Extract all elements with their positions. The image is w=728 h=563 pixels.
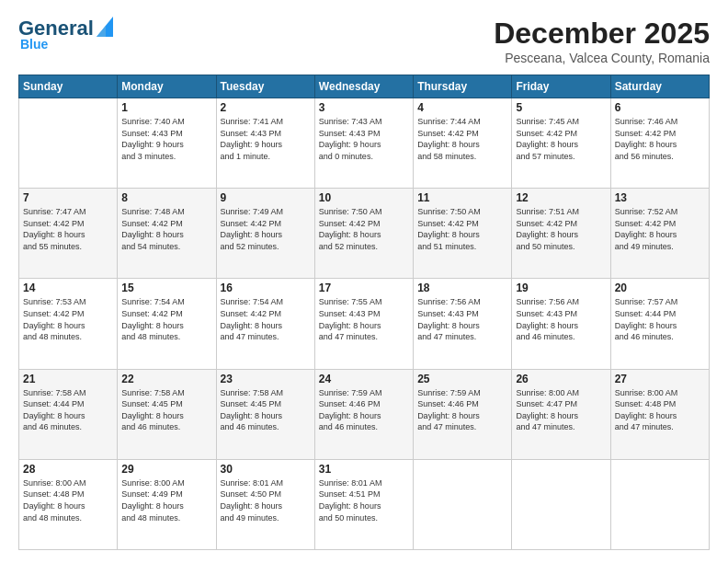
- cell-content: Sunrise: 7:53 AM Sunset: 4:42 PM Dayligh…: [23, 296, 113, 342]
- calendar-cell: 16Sunrise: 7:54 AM Sunset: 4:42 PM Dayli…: [216, 279, 314, 369]
- day-number: 18: [417, 282, 507, 294]
- day-number: 11: [417, 191, 507, 204]
- calendar-cell: 18Sunrise: 7:56 AM Sunset: 4:43 PM Dayli…: [414, 279, 512, 369]
- day-number: 29: [121, 463, 211, 476]
- calendar-cell: 9Sunrise: 7:49 AM Sunset: 4:42 PM Daylig…: [216, 189, 314, 279]
- calendar-cell: 1Sunrise: 7:40 AM Sunset: 4:43 PM Daylig…: [118, 98, 216, 189]
- day-number: 1: [121, 101, 211, 114]
- cell-content: Sunrise: 8:01 AM Sunset: 4:51 PM Dayligh…: [319, 477, 409, 523]
- calendar-cell: 3Sunrise: 7:43 AM Sunset: 4:43 PM Daylig…: [314, 98, 413, 189]
- day-number: 23: [221, 373, 311, 385]
- day-number: 30: [221, 463, 311, 476]
- header: General Blue December 2025 Pesceana, Val…: [18, 17, 710, 65]
- cell-content: Sunrise: 7:50 AM Sunset: 4:42 PM Dayligh…: [319, 206, 409, 252]
- day-number: 25: [417, 373, 507, 385]
- calendar-cell: 2Sunrise: 7:41 AM Sunset: 4:43 PM Daylig…: [216, 98, 314, 189]
- page: General Blue December 2025 Pesceana, Val…: [0, 0, 728, 563]
- calendar-cell: 14Sunrise: 7:53 AM Sunset: 4:42 PM Dayli…: [19, 279, 118, 369]
- day-number: 24: [319, 373, 409, 385]
- day-number: 15: [121, 282, 211, 294]
- day-number: 3: [319, 101, 409, 114]
- week-row-4: 28Sunrise: 8:00 AM Sunset: 4:48 PM Dayli…: [19, 459, 710, 549]
- calendar-cell: [512, 459, 610, 549]
- cell-content: Sunrise: 7:48 AM Sunset: 4:42 PM Dayligh…: [121, 206, 211, 252]
- calendar-cell: 26Sunrise: 8:00 AM Sunset: 4:47 PM Dayli…: [512, 369, 610, 459]
- weekday-header-wednesday: Wednesday: [314, 75, 413, 98]
- day-number: 10: [319, 191, 409, 204]
- weekday-header-thursday: Thursday: [414, 75, 512, 98]
- calendar-cell: [414, 459, 512, 549]
- cell-content: Sunrise: 7:57 AM Sunset: 4:44 PM Dayligh…: [615, 296, 705, 342]
- calendar-cell: 4Sunrise: 7:44 AM Sunset: 4:42 PM Daylig…: [414, 98, 512, 189]
- cell-content: Sunrise: 8:00 AM Sunset: 4:48 PM Dayligh…: [615, 387, 705, 433]
- week-row-0: 1Sunrise: 7:40 AM Sunset: 4:43 PM Daylig…: [19, 98, 710, 189]
- calendar-cell: 30Sunrise: 8:01 AM Sunset: 4:50 PM Dayli…: [216, 459, 314, 549]
- day-number: 4: [417, 101, 507, 114]
- day-number: 22: [121, 373, 211, 385]
- cell-content: Sunrise: 7:51 AM Sunset: 4:42 PM Dayligh…: [516, 206, 606, 252]
- cell-content: Sunrise: 7:56 AM Sunset: 4:43 PM Dayligh…: [516, 296, 606, 342]
- cell-content: Sunrise: 8:00 AM Sunset: 4:47 PM Dayligh…: [516, 387, 606, 433]
- calendar-cell: 24Sunrise: 7:59 AM Sunset: 4:46 PM Dayli…: [314, 369, 413, 459]
- weekday-header-sunday: Sunday: [19, 75, 118, 98]
- calendar-cell: 17Sunrise: 7:55 AM Sunset: 4:43 PM Dayli…: [314, 279, 413, 369]
- calendar-cell: 28Sunrise: 8:00 AM Sunset: 4:48 PM Dayli…: [19, 459, 118, 549]
- day-number: 20: [615, 282, 705, 294]
- calendar-cell: 23Sunrise: 7:58 AM Sunset: 4:45 PM Dayli…: [216, 369, 314, 459]
- calendar-cell: 20Sunrise: 7:57 AM Sunset: 4:44 PM Dayli…: [610, 279, 709, 369]
- day-number: 19: [516, 282, 606, 294]
- cell-content: Sunrise: 7:54 AM Sunset: 4:42 PM Dayligh…: [121, 296, 211, 342]
- day-number: 6: [615, 101, 705, 114]
- calendar-cell: [610, 459, 709, 549]
- day-number: 9: [221, 191, 311, 204]
- day-number: 12: [516, 191, 606, 204]
- weekday-header-row: SundayMondayTuesdayWednesdayThursdayFrid…: [19, 75, 710, 98]
- title-block: December 2025 Pesceana, Valcea County, R…: [494, 17, 710, 65]
- calendar-cell: 10Sunrise: 7:50 AM Sunset: 4:42 PM Dayli…: [314, 189, 413, 279]
- calendar-cell: 25Sunrise: 7:59 AM Sunset: 4:46 PM Dayli…: [414, 369, 512, 459]
- day-number: 28: [23, 463, 113, 476]
- day-number: 7: [23, 191, 113, 204]
- cell-content: Sunrise: 7:58 AM Sunset: 4:44 PM Dayligh…: [23, 387, 113, 433]
- calendar-cell: 21Sunrise: 7:58 AM Sunset: 4:44 PM Dayli…: [19, 369, 118, 459]
- cell-content: Sunrise: 7:52 AM Sunset: 4:42 PM Dayligh…: [615, 206, 705, 252]
- day-number: 27: [615, 373, 705, 385]
- weekday-header-saturday: Saturday: [610, 75, 709, 98]
- calendar-cell: 19Sunrise: 7:56 AM Sunset: 4:43 PM Dayli…: [512, 279, 610, 369]
- cell-content: Sunrise: 8:00 AM Sunset: 4:48 PM Dayligh…: [23, 477, 113, 523]
- cell-content: Sunrise: 7:41 AM Sunset: 4:43 PM Dayligh…: [221, 116, 311, 162]
- day-number: 5: [516, 101, 606, 114]
- calendar-cell: [19, 98, 118, 189]
- calendar-cell: 15Sunrise: 7:54 AM Sunset: 4:42 PM Dayli…: [118, 279, 216, 369]
- day-number: 16: [221, 282, 311, 294]
- calendar-cell: 8Sunrise: 7:48 AM Sunset: 4:42 PM Daylig…: [118, 189, 216, 279]
- cell-content: Sunrise: 8:00 AM Sunset: 4:49 PM Dayligh…: [121, 477, 211, 523]
- cell-content: Sunrise: 7:56 AM Sunset: 4:43 PM Dayligh…: [417, 296, 507, 342]
- cell-content: Sunrise: 7:54 AM Sunset: 4:42 PM Dayligh…: [221, 296, 311, 342]
- day-number: 17: [319, 282, 409, 294]
- cell-content: Sunrise: 7:50 AM Sunset: 4:42 PM Dayligh…: [417, 206, 507, 252]
- day-number: 14: [23, 282, 113, 294]
- calendar-cell: 6Sunrise: 7:46 AM Sunset: 4:42 PM Daylig…: [610, 98, 709, 189]
- weekday-header-monday: Monday: [118, 75, 216, 98]
- week-row-1: 7Sunrise: 7:47 AM Sunset: 4:42 PM Daylig…: [19, 189, 710, 279]
- cell-content: Sunrise: 8:01 AM Sunset: 4:50 PM Dayligh…: [221, 477, 311, 523]
- day-number: 26: [516, 373, 606, 385]
- calendar-cell: 13Sunrise: 7:52 AM Sunset: 4:42 PM Dayli…: [610, 189, 709, 279]
- calendar-table: SundayMondayTuesdayWednesdayThursdayFrid…: [18, 75, 710, 550]
- calendar-cell: 5Sunrise: 7:45 AM Sunset: 4:42 PM Daylig…: [512, 98, 610, 189]
- day-number: 21: [23, 373, 113, 385]
- week-row-2: 14Sunrise: 7:53 AM Sunset: 4:42 PM Dayli…: [19, 279, 710, 369]
- cell-content: Sunrise: 7:58 AM Sunset: 4:45 PM Dayligh…: [121, 387, 211, 433]
- cell-content: Sunrise: 7:43 AM Sunset: 4:43 PM Dayligh…: [319, 116, 409, 162]
- cell-content: Sunrise: 7:44 AM Sunset: 4:42 PM Dayligh…: [417, 116, 507, 162]
- day-number: 8: [121, 191, 211, 204]
- cell-content: Sunrise: 7:58 AM Sunset: 4:45 PM Dayligh…: [221, 387, 311, 433]
- calendar-cell: 22Sunrise: 7:58 AM Sunset: 4:45 PM Dayli…: [118, 369, 216, 459]
- cell-content: Sunrise: 7:46 AM Sunset: 4:42 PM Dayligh…: [615, 116, 705, 162]
- cell-content: Sunrise: 7:40 AM Sunset: 4:43 PM Dayligh…: [121, 116, 211, 162]
- weekday-header-friday: Friday: [512, 75, 610, 98]
- calendar-cell: 29Sunrise: 8:00 AM Sunset: 4:49 PM Dayli…: [118, 459, 216, 549]
- calendar-cell: 7Sunrise: 7:47 AM Sunset: 4:42 PM Daylig…: [19, 189, 118, 279]
- day-number: 31: [319, 463, 409, 476]
